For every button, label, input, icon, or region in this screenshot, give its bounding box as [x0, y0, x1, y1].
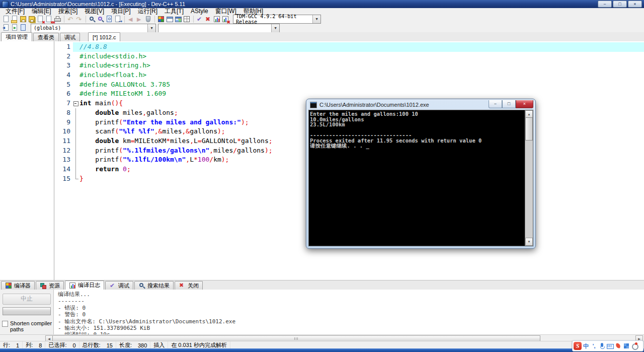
code-line[interactable]: 1//4.8.8: [54, 42, 644, 52]
line-number[interactable]: 6: [54, 89, 73, 99]
console-title-bar[interactable]: C:\Users\Administrator\Documents\1012.ex…: [306, 99, 535, 110]
compile-button[interactable]: [157, 15, 166, 23]
line-number[interactable]: 9: [54, 118, 73, 127]
console-window[interactable]: C:\Users\Administrator\Documents\1012.ex…: [306, 99, 536, 249]
console-close-button[interactable]: ×: [516, 100, 533, 108]
close-file-button[interactable]: [36, 15, 45, 23]
goto-impl-button[interactable]: [11, 24, 19, 32]
bottom-tab-3[interactable]: 调试: [105, 281, 133, 290]
code-line[interactable]: 2#include<stdio.h>: [54, 52, 644, 61]
fold-toggle-icon[interactable]: [73, 99, 79, 108]
menu-item-3[interactable]: 视图[V]: [81, 8, 108, 15]
punctuation-mode[interactable]: ’,: [590, 342, 598, 350]
compiler-select[interactable]: TDM-GCC 4.9.2 64-bit Release ▼: [233, 15, 321, 24]
save-button[interactable]: [19, 15, 28, 23]
console-scrollbar[interactable]: ▲ ▼: [525, 110, 533, 246]
goto-prev-button[interactable]: [2, 24, 11, 32]
line-number[interactable]: 12: [54, 146, 73, 156]
skin-icon[interactable]: [614, 342, 622, 350]
code-text: #include<float.h>: [79, 71, 146, 80]
log-horizontal-scrollbar[interactable]: ◀ ▶: [0, 334, 644, 341]
back-button[interactable]: [127, 15, 135, 23]
sogou-logo[interactable]: S: [574, 342, 582, 350]
view-source-button[interactable]: [19, 24, 28, 32]
console-output[interactable]: Enter the miles and gallons:100 1010.0mi…: [308, 110, 533, 246]
abort-button[interactable]: 中止: [3, 294, 51, 305]
soft-keyboard-icon[interactable]: [606, 342, 614, 350]
status-field-1: 列:8: [23, 341, 45, 349]
code-line-body: #include<float.h>: [73, 71, 644, 80]
editor-tab-1012c[interactable]: [*] 1012.c: [88, 32, 120, 41]
line-number[interactable]: 11: [54, 136, 73, 146]
goto-line-button[interactable]: [114, 15, 122, 23]
menu-item-1[interactable]: 编辑[E]: [28, 8, 55, 15]
settings-icon[interactable]: [630, 342, 638, 350]
close-all-button[interactable]: [45, 15, 53, 23]
line-number[interactable]: 7: [54, 99, 73, 108]
replace-button[interactable]: [97, 15, 105, 23]
voice-input-icon[interactable]: [598, 342, 606, 350]
shorten-paths-checkbox[interactable]: [2, 321, 8, 327]
menu-item-2[interactable]: 搜索[S]: [55, 8, 82, 15]
menu-item-5[interactable]: 运行[R]: [134, 8, 161, 15]
profile-button[interactable]: [213, 15, 221, 23]
undo-button[interactable]: [66, 15, 75, 23]
debug-button[interactable]: [196, 15, 204, 23]
abort-button[interactable]: [204, 15, 213, 23]
line-number[interactable]: 1: [54, 42, 73, 52]
code-line[interactable]: 6#define MILEtoKM 1.609: [54, 89, 644, 99]
code-line[interactable]: 3#include<string.h>: [54, 61, 644, 71]
shorten-paths-option[interactable]: Shorten compiler paths: [2, 320, 52, 332]
menu-item-7[interactable]: AStyle: [187, 8, 212, 15]
console-maximize-button[interactable]: □: [502, 100, 516, 108]
line-number[interactable]: 5: [54, 80, 73, 90]
console-minimize-button[interactable]: −: [489, 100, 502, 108]
toolbox-icon[interactable]: [622, 342, 630, 350]
goto-definition-button[interactable]: [144, 15, 152, 23]
find-button[interactable]: [88, 15, 97, 23]
chinese-mode[interactable]: 中: [582, 342, 590, 350]
title-bar[interactable]: C:\Users\Administrator\Documents\1012.c …: [0, 0, 644, 8]
rebuild-button[interactable]: [183, 15, 191, 23]
run-button[interactable]: [166, 15, 174, 23]
print-button[interactable]: [53, 15, 62, 23]
left-tab-2[interactable]: 调试: [60, 33, 80, 41]
new-file-button[interactable]: [2, 15, 11, 23]
bottom-tab-5[interactable]: 关闭: [175, 281, 203, 290]
menu-item-4[interactable]: 项目[P]: [108, 8, 134, 15]
line-number[interactable]: 3: [54, 61, 73, 71]
bottom-tab-0[interactable]: 编译器: [1, 281, 35, 290]
code-line[interactable]: 4#include<float.h>: [54, 71, 644, 80]
line-number[interactable]: 13: [54, 155, 73, 165]
line-number[interactable]: 15: [54, 174, 73, 184]
close-button[interactable]: ×: [628, 1, 642, 8]
line-number[interactable]: 14: [54, 165, 73, 174]
left-tab-0[interactable]: 项目管理: [1, 32, 32, 41]
delete-profiling-button[interactable]: [221, 15, 230, 23]
console-scrollbar-thumb[interactable]: [525, 117, 533, 140]
bottom-tab-1[interactable]: 资源: [36, 281, 64, 290]
line-number[interactable]: 8: [54, 108, 73, 118]
maximize-button[interactable]: □: [613, 1, 627, 8]
project-panel[interactable]: [0, 41, 54, 280]
globals-select[interactable]: (globals) ▼: [31, 24, 156, 33]
find-in-files-button[interactable]: [105, 15, 114, 23]
line-number[interactable]: 4: [54, 71, 73, 80]
compile-log-output[interactable]: 编译结果...--------- 错误: 0- 警告: 0- 输出文件名: C:…: [54, 290, 644, 334]
bottom-tab-4[interactable]: 搜索结果: [134, 281, 174, 290]
scroll-down-icon[interactable]: ▼: [525, 238, 533, 246]
line-number[interactable]: 10: [54, 127, 73, 136]
menu-item-0[interactable]: 文件[F]: [2, 8, 28, 15]
code-line[interactable]: 5#define GALLONtoL 3.785: [54, 80, 644, 90]
compile-run-button[interactable]: [174, 15, 183, 23]
open-file-button[interactable]: [11, 15, 19, 23]
menu-item-6[interactable]: 工具[T]: [161, 8, 187, 15]
left-tab-1[interactable]: 查看类: [33, 33, 59, 41]
members-select[interactable]: ▼: [158, 24, 280, 33]
line-number[interactable]: 2: [54, 52, 73, 61]
save-all-button[interactable]: [28, 15, 36, 23]
bottom-tab-2[interactable]: 编译日志: [65, 280, 104, 290]
minimize-button[interactable]: −: [598, 1, 612, 8]
redo-button[interactable]: [75, 15, 84, 23]
forward-button[interactable]: [135, 15, 144, 23]
